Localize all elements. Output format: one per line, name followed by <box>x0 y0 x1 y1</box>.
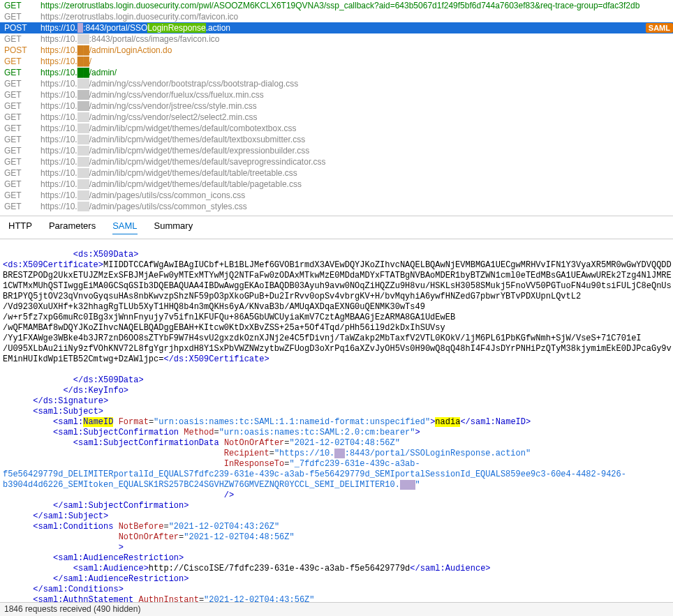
url-cell: https://10.██/admin/pages/utils/css/comm… <box>40 190 673 201</box>
request-row[interactable]: POSThttps://10.██/admin/LoginAction.do <box>0 45 673 56</box>
saml-content[interactable]: <ds:X509Data> <ds:X509Certificate>MIIDDT… <box>0 239 673 602</box>
request-row[interactable]: GEThttps://10.██/admin/lib/cpm/widget/th… <box>0 179 673 190</box>
method-cell: GET <box>0 123 40 134</box>
url-cell: https://10.██:8443/portal/css/images/fav… <box>40 33 673 45</box>
method-cell: GET <box>0 179 40 190</box>
url-cell: https://10.██/admin/lib/cpm/widget/theme… <box>40 123 673 134</box>
request-list-pane[interactable]: GEThttps://zerotrustlabs.login.duosecuri… <box>0 0 673 216</box>
request-row[interactable]: GEThttps://10.██/admin/lib/cpm/widget/th… <box>0 156 673 167</box>
request-row[interactable]: GEThttps://10.██/admin/lib/cpm/widget/th… <box>0 167 673 179</box>
cert-text: MIIDDTCCAfWgAwIBAgIUCbf+LB1BLJMef6GVOB1r… <box>103 260 672 270</box>
method-cell: GET <box>0 201 40 212</box>
url-cell: https://10.██/admin/ng/css/vendor/bootst… <box>40 78 673 89</box>
method-cell: POST <box>0 45 40 56</box>
url-cell: https://10.██/admin/ng/css/vendor/fuelux… <box>40 89 673 100</box>
request-row[interactable]: GEThttps://10.██/admin/ng/css/vendor/fue… <box>0 89 673 100</box>
method-cell: POST <box>0 22 40 33</box>
method-cell: GET <box>0 67 40 78</box>
url-cell: https://10.█:8443/portal/SSOLoginRespons… <box>40 22 673 33</box>
inspector-tabs: HTTP Parameters SAML Summary <box>0 216 673 239</box>
url-cell: https://10.██/admin/lib/cpm/widget/theme… <box>40 179 673 190</box>
method-cell: GET <box>0 78 40 89</box>
method-cell: GET <box>0 0 40 11</box>
url-cell: https://10.██/admin/lib/cpm/widget/theme… <box>40 145 673 156</box>
request-row[interactable]: GEThttps://zerotrustlabs.login.duosecuri… <box>0 11 673 22</box>
url-cell: https://10.██/admin/ <box>40 67 673 78</box>
url-cell: https://10.██/admin/LoginAction.do <box>40 45 673 56</box>
request-row[interactable]: GEThttps://10.██/admin/lib/cpm/widget/th… <box>0 145 673 156</box>
url-cell: https://10.██/admin/ng/css/vendor/jstree… <box>40 100 673 112</box>
url-cell: https://10.██/admin/lib/cpm/widget/theme… <box>40 156 673 167</box>
method-cell: GET <box>0 100 40 112</box>
request-row[interactable]: POSThttps://10.█:8443/portal/SSOLoginRes… <box>0 22 673 33</box>
method-cell: GET <box>0 89 40 100</box>
request-row[interactable]: GEThttps://10.██/admin/lib/cpm/widget/th… <box>0 134 673 145</box>
method-cell: GET <box>0 134 40 145</box>
url-cell: https://10.██/admin/ng/css/vendor/select… <box>40 112 673 123</box>
request-row[interactable]: GEThttps://10.██/admin/lib/cpm/widget/th… <box>0 123 673 134</box>
request-row[interactable]: GEThttps://10.██/ <box>0 56 673 67</box>
request-row[interactable]: GEThttps://10.██/admin/pages/utils/css/c… <box>0 190 673 201</box>
status-bar: 1846 requests received (490 hidden) <box>0 602 673 616</box>
saml-badge: SAML <box>646 23 673 33</box>
request-row[interactable]: GEThttps://10.██:8443/portal/css/images/… <box>0 33 673 45</box>
method-cell: GET <box>0 190 40 201</box>
request-row[interactable]: GEThttps://10.██/admin/ <box>0 67 673 78</box>
request-row[interactable]: GEThttps://zerotrustlabs.login.duosecuri… <box>0 0 673 11</box>
method-cell: GET <box>0 156 40 167</box>
url-cell: https://zerotrustlabs.login.duosecurity.… <box>40 0 673 11</box>
request-row[interactable]: GEThttps://10.██/admin/ng/css/vendor/sel… <box>0 112 673 123</box>
request-row[interactable]: GEThttps://10.██/admin/ng/css/vendor/jst… <box>0 100 673 112</box>
method-cell: GET <box>0 11 40 22</box>
url-cell: https://10.██/ <box>40 56 673 67</box>
nameid-value: nadia <box>435 417 460 427</box>
method-cell: GET <box>0 167 40 179</box>
method-cell: GET <box>0 33 40 45</box>
tab-summary[interactable]: Summary <box>154 220 193 234</box>
tab-saml[interactable]: SAML <box>112 220 137 234</box>
url-cell: https://10.██/admin/lib/cpm/widget/theme… <box>40 134 673 145</box>
request-row[interactable]: GEThttps://10.██/admin/ng/css/vendor/boo… <box>0 78 673 89</box>
request-row[interactable]: GEThttps://10.██/admin/pages/utils/css/c… <box>0 201 673 212</box>
tab-http[interactable]: HTTP <box>8 220 32 234</box>
method-cell: GET <box>0 112 40 123</box>
url-cell: https://10.██/admin/pages/utils/css/comm… <box>40 201 673 212</box>
tab-parameters[interactable]: Parameters <box>49 220 96 234</box>
url-cell: https://zerotrustlabs.login.duosecurity.… <box>40 11 673 22</box>
url-cell: https://10.██/admin/lib/cpm/widget/theme… <box>40 167 673 179</box>
method-cell: GET <box>0 145 40 156</box>
audience-text: http://CiscoISE/7fdfc239-631e-439c-a3ab-… <box>149 564 410 573</box>
method-cell: GET <box>0 56 40 67</box>
